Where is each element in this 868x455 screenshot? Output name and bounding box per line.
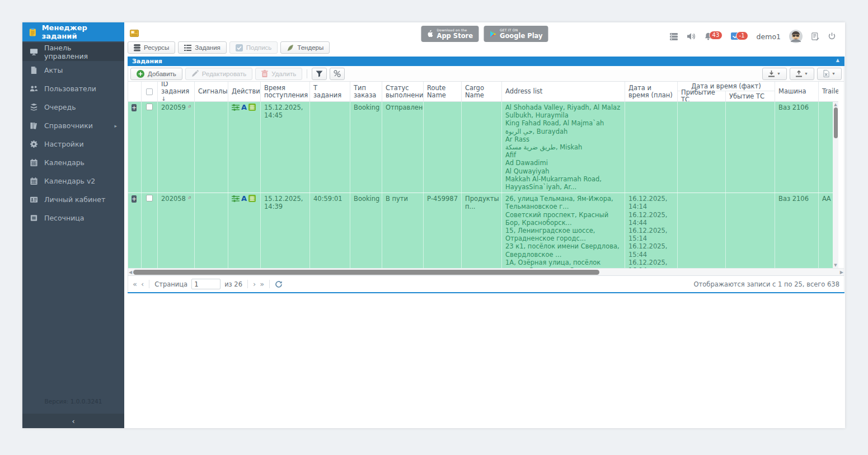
id-card-icon — [30, 195, 38, 204]
notifications-bell[interactable]: 43 — [704, 32, 712, 41]
page-number-input[interactable] — [191, 279, 220, 289]
add-button[interactable]: Добавить — [130, 68, 182, 80]
googleplay-badge[interactable]: GET IT ON Google Play — [484, 26, 548, 42]
appstore-badge-top-text: Download on the — [437, 28, 473, 32]
journal-icon[interactable] — [811, 32, 819, 41]
arrive-cell — [678, 102, 726, 193]
newspaper-icon[interactable] — [130, 30, 139, 37]
edit-button[interactable]: Редактировать — [185, 68, 252, 80]
sidebar-collapse-button[interactable]: ‹ — [22, 414, 124, 428]
upload-button[interactable]: ▼ — [790, 68, 814, 80]
column-header-arrive[interactable]: Прибытие ТС — [678, 91, 726, 101]
last-page-button[interactable]: » — [260, 280, 264, 288]
t-task-cell — [310, 102, 350, 193]
server-status-icon[interactable] — [669, 32, 678, 41]
export-buttons: ▼ ▼ ▼ — [762, 68, 842, 80]
scroll-up-icon[interactable]: ▲ — [834, 102, 837, 107]
horizontal-scroll-thumb[interactable] — [133, 270, 599, 275]
expand-row-button[interactable]: + — [132, 195, 137, 203]
tenders-button[interactable]: Тендеры — [280, 41, 330, 54]
filter-button[interactable] — [312, 68, 327, 80]
auto-icon[interactable]: A — [241, 195, 247, 202]
collapse-panel-icon[interactable]: ▲ — [836, 58, 839, 63]
column-header-plan[interactable]: Дата и время (план) — [625, 82, 678, 101]
delete-button[interactable]: Удалить — [255, 68, 302, 80]
appstore-badge[interactable]: Download on the App Store — [421, 26, 478, 42]
column-header-status[interactable]: Статус выполнения — [382, 82, 424, 101]
logout-power-icon[interactable] — [828, 32, 836, 41]
column-header-depart[interactable]: Убытие ТС — [726, 91, 775, 101]
address-list-cell: Al Shohada Valley, Riyadh, Al Malaz Sulb… — [502, 102, 625, 193]
sound-icon[interactable] — [687, 32, 696, 40]
column-header-label: Машина — [778, 88, 806, 95]
pager-separator — [149, 280, 149, 288]
calculator-icon[interactable] — [248, 104, 256, 111]
sliders-icon[interactable] — [232, 104, 240, 111]
sidebar-item-sandbox[interactable]: Песочница — [22, 209, 124, 227]
horizontal-scrollbar[interactable]: ◀ ▶ — [128, 268, 844, 275]
sidebar-item-label: Календарь v2 — [44, 177, 95, 185]
next-page-button[interactable]: › — [253, 280, 256, 288]
tasks-button[interactable]: Задания — [178, 41, 226, 54]
column-header-trailer[interactable]: Trailer F — [819, 82, 838, 101]
prev-page-button[interactable]: ‹ — [141, 280, 144, 288]
column-group-fact: Дата и время (факт) Прибытие ТС Убытие Т… — [678, 82, 775, 101]
first-page-button[interactable]: « — [133, 280, 137, 288]
column-header-car[interactable]: Машина — [775, 82, 819, 101]
vertical-scrollbar[interactable]: ▲ ▼ — [833, 102, 838, 268]
sliders-icon[interactable] — [232, 195, 240, 202]
column-header-id[interactable]: ID задания ↓ — [158, 82, 195, 101]
messages-icon-wrap[interactable]: -1 — [731, 32, 740, 41]
select-all-checkbox[interactable] — [146, 88, 153, 95]
chevron-right-icon: ▸ — [114, 123, 117, 129]
calendar-icon — [30, 158, 38, 167]
vertical-scroll-thumb[interactable] — [834, 107, 838, 138]
page-label: Страница — [154, 280, 187, 288]
sidebar-item-queue[interactable]: Очередь — [22, 98, 124, 116]
select-all-header-cell — [142, 82, 158, 101]
scroll-left-icon[interactable]: ◀ — [129, 269, 132, 275]
signature-button[interactable]: Подпись — [229, 41, 278, 54]
scroll-down-icon[interactable]: ▼ — [834, 262, 837, 268]
depart-cell — [726, 193, 775, 268]
copy-icon[interactable] — [188, 195, 191, 201]
column-header-t-task[interactable]: Т задания — [310, 82, 350, 101]
username-label[interactable]: demo1 — [757, 32, 781, 41]
column-header-route[interactable]: Route Name — [424, 82, 462, 101]
sidebar-item-personal-account[interactable]: Личный кабинет — [22, 190, 124, 209]
column-header-cargo[interactable]: Cargo Name — [462, 82, 502, 101]
sidebar-item-calendar-v2[interactable]: Календарь v2 — [22, 172, 124, 190]
scroll-right-icon[interactable]: ▶ — [840, 269, 843, 275]
copy-icon[interactable] — [188, 104, 191, 110]
excel-file-icon — [823, 70, 829, 77]
sidebar-item-settings[interactable]: Настройки — [22, 135, 124, 153]
excel-export-button[interactable]: ▼ — [817, 68, 842, 80]
sidebar-item-dashboard[interactable]: Панель управления — [22, 43, 124, 61]
row-checkbox[interactable] — [146, 195, 153, 201]
link-button[interactable] — [330, 68, 345, 80]
column-header-actions[interactable]: Действия — [228, 82, 261, 101]
table-row[interactable]: + 202058 A 15.12.2025, 14:39 40:59:01 Bo… — [128, 193, 838, 268]
column-header-received[interactable]: Время поступления — [261, 82, 310, 101]
sidebar-item-directories[interactable]: Справочники ▸ — [22, 116, 124, 135]
sidebar-item-acts[interactable]: Акты — [22, 61, 124, 79]
sidebar-item-calendar[interactable]: Календарь — [22, 153, 124, 172]
column-header-signals[interactable]: Сигналы — [195, 82, 228, 101]
queue-icon — [30, 103, 38, 111]
users-icon — [30, 85, 38, 93]
calculator-icon[interactable] — [248, 195, 256, 202]
resources-button[interactable]: Ресурсы — [128, 41, 175, 54]
sidebar-item-users[interactable]: Пользователи — [22, 79, 124, 98]
task-id: 202059 — [161, 104, 186, 111]
auto-icon[interactable]: A — [241, 104, 247, 111]
expand-row-button[interactable]: + — [132, 104, 137, 111]
column-header-order-type[interactable]: Тип заказа — [350, 82, 382, 101]
row-checkbox[interactable] — [146, 104, 153, 110]
link-icon — [334, 70, 341, 77]
column-header-label: Статус выполнения — [386, 85, 424, 99]
download-button[interactable]: ▼ — [762, 68, 787, 80]
table-row[interactable]: + 202059 A 15.12.2025, 14:45 Booking Отп… — [128, 102, 838, 193]
refresh-icon[interactable] — [275, 280, 283, 288]
avatar[interactable] — [789, 30, 803, 43]
column-header-address[interactable]: Address list — [502, 82, 625, 101]
